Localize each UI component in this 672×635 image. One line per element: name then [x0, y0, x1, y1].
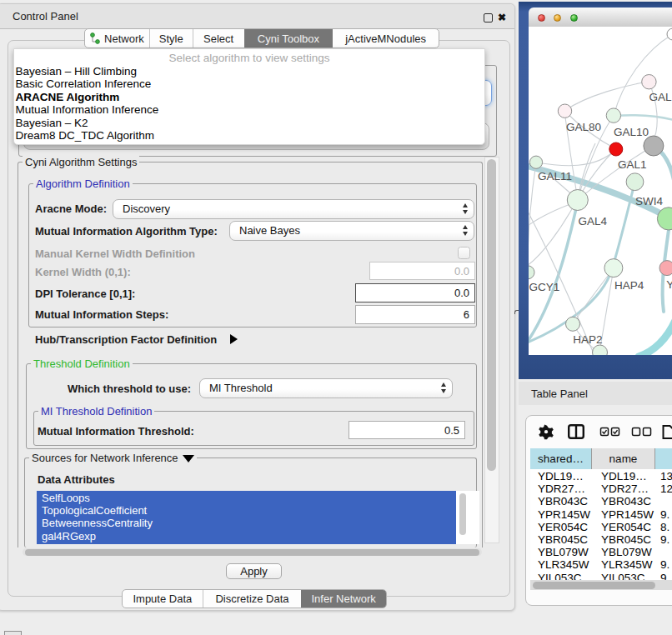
svg-text:Y: Y: [666, 278, 672, 291]
svg-text:GAL10: GAL10: [614, 126, 649, 138]
svg-text:GAL: GAL: [649, 91, 672, 103]
svg-text:GAL4: GAL4: [579, 215, 608, 228]
svg-text:HAP4: HAP4: [614, 279, 644, 292]
svg-text:GAL80: GAL80: [566, 121, 601, 133]
svg-text:GAL1: GAL1: [618, 158, 647, 171]
svg-text:SWI4: SWI4: [635, 195, 663, 208]
svg-text:GAL11: GAL11: [538, 170, 572, 182]
svg-text:GCY1: GCY1: [529, 281, 559, 293]
svg-text:HAP2: HAP2: [573, 333, 602, 346]
